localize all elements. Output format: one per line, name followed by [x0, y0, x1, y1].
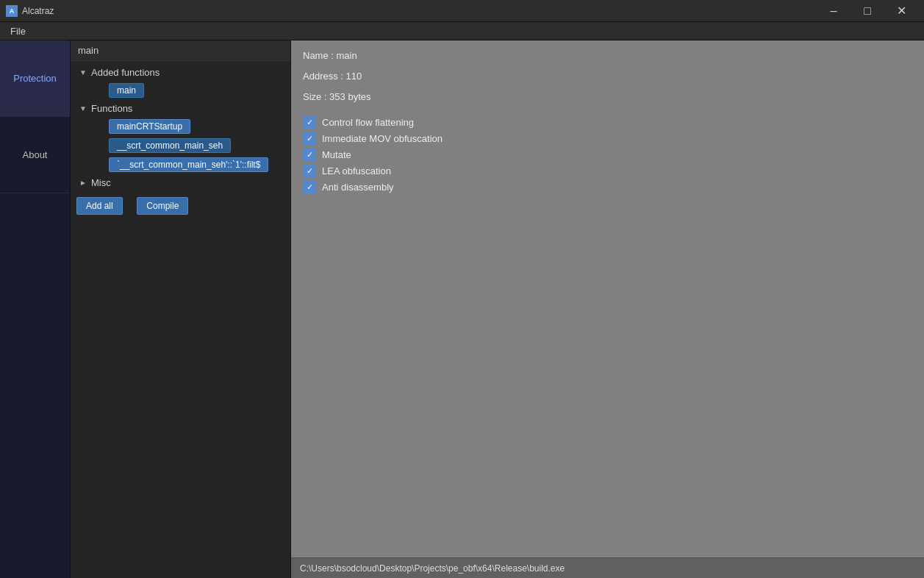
added-functions-label: Added functions — [91, 67, 160, 78]
close-button[interactable]: ✕ — [884, 0, 918, 22]
tree-root[interactable]: main — [71, 40, 290, 61]
functions-label: Functions — [91, 103, 132, 114]
status-bar: C:\Users\bsodcloud\Desktop\Projects\pe_o… — [291, 557, 924, 578]
checkbox-label-3: LEA obfuscation — [322, 165, 391, 176]
sidebar-item-protection[interactable]: Protection — [0, 40, 70, 117]
checkbox-item-1[interactable]: ✓Immediate MOV obfuscation — [303, 132, 912, 145]
functions-arrow: ▼ — [79, 104, 88, 113]
checkbox-icon-4: ✓ — [303, 180, 316, 193]
checkbox-item-4[interactable]: ✓Anti disassembly — [303, 180, 912, 193]
action-buttons: Add all Compile — [71, 194, 290, 218]
detail-size: Size : 353 bytes — [303, 89, 912, 105]
checkbox-icon-1: ✓ — [303, 132, 316, 145]
checkbox-icon-3: ✓ — [303, 164, 316, 177]
checkbox-item-0[interactable]: ✓Control flow flattening — [303, 115, 912, 129]
menubar: File — [0, 22, 924, 40]
detail-panel: Name : main Address : 110 Size : 353 byt… — [291, 40, 924, 578]
status-path: C:\Users\bsodcloud\Desktop\Projects\pe_o… — [300, 563, 565, 574]
tree-panel: main ▼ Added functions main ▼ Functions … — [71, 40, 291, 578]
titlebar: A Alcatraz – □ ✕ — [0, 0, 924, 22]
sidebar-item-about[interactable]: About — [0, 117, 70, 193]
window-controls: – □ ✕ — [817, 0, 918, 22]
app-title: Alcatraz — [22, 6, 54, 16]
function-scrt-common-main-seh[interactable]: __scrt_common_main_seh — [109, 138, 231, 153]
tree-section-added: ▼ Added functions main ▼ Functions mainC… — [71, 61, 290, 194]
checkbox-list: ✓Control flow flattening✓Immediate MOV o… — [303, 115, 912, 193]
checkbox-item-3[interactable]: ✓LEA obfuscation — [303, 164, 912, 177]
main-layout: Protection About main ▼ Added functions … — [0, 40, 924, 578]
function-scrt-common-main-seh-filt[interactable]: `__scrt_common_main_seh'::`1'::filt$ — [109, 157, 268, 172]
checkbox-icon-0: ✓ — [303, 115, 316, 129]
checkbox-label-2: Mutate — [322, 149, 351, 160]
functions-items: mainCRTStartup __scrt_common_main_seh `_… — [94, 117, 284, 174]
functions-header[interactable]: ▼ Functions — [76, 100, 284, 117]
maximize-button[interactable]: □ — [850, 0, 884, 22]
checkbox-label-4: Anti disassembly — [322, 182, 394, 193]
misc-header[interactable]: ► Misc — [76, 174, 284, 191]
titlebar-left: A Alcatraz — [6, 5, 54, 17]
added-functions-header[interactable]: ▼ Added functions — [76, 64, 284, 81]
menu-file[interactable]: File — [3, 24, 33, 38]
app-icon: A — [6, 5, 18, 17]
checkbox-label-0: Control flow flattening — [322, 117, 414, 128]
added-functions-arrow: ▼ — [79, 68, 88, 76]
misc-arrow: ► — [79, 179, 88, 187]
added-functions-items: main — [94, 81, 284, 100]
detail-name: Name : main — [303, 48, 912, 64]
function-main-crt-startup[interactable]: mainCRTStartup — [109, 119, 190, 134]
added-function-main[interactable]: main — [109, 83, 144, 98]
sidebar: Protection About — [0, 40, 71, 578]
detail-address: Address : 110 — [303, 68, 912, 85]
misc-label: Misc — [91, 177, 111, 188]
add-all-button[interactable]: Add all — [76, 197, 123, 215]
checkbox-icon-2: ✓ — [303, 148, 316, 161]
compile-button[interactable]: Compile — [137, 197, 188, 215]
checkbox-label-1: Immediate MOV obfuscation — [322, 133, 443, 144]
checkbox-item-2[interactable]: ✓Mutate — [303, 148, 912, 161]
minimize-button[interactable]: – — [817, 0, 850, 22]
